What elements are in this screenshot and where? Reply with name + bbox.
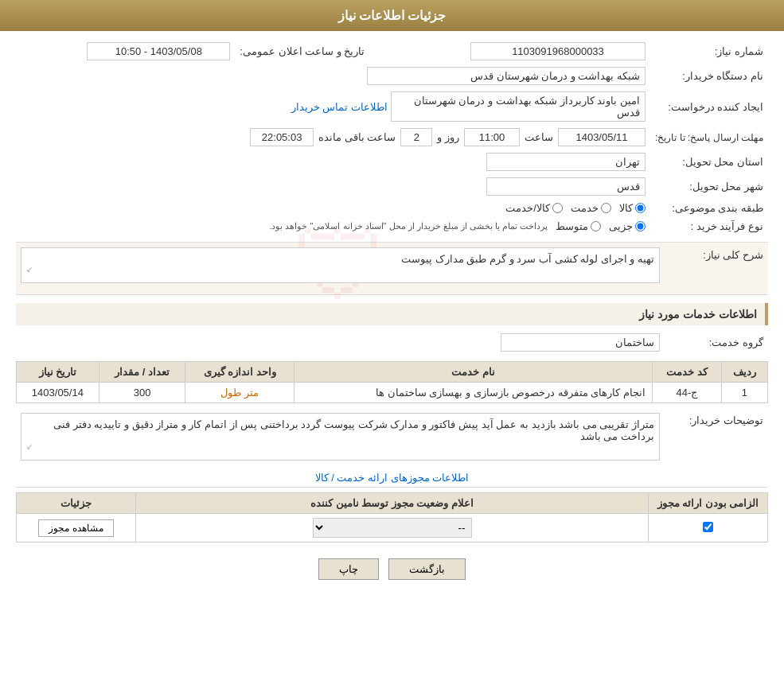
category-khedmat-radio[interactable] <box>601 203 611 213</box>
purchase-type-motavased-radio[interactable] <box>591 221 601 231</box>
main-info-table: شماره نیاز: 1103091968000033 تاریخ و ساع… <box>16 39 768 235</box>
permits-cell-details: مشاهده مجوز <box>17 514 136 542</box>
need-description-table: شرح کلی نیاز: تهیه و اجرای لوله کشی آب س… <box>16 244 768 286</box>
view-permit-button[interactable]: مشاهده مجوز <box>38 519 113 537</box>
services-section-title: اطلاعات خدمات مورد نیاز <box>16 303 768 325</box>
purchase-type-jazyi-option[interactable]: جزیی <box>609 220 646 232</box>
buyer-org-value: شبکه بهداشت و درمان شهرستان قدس <box>16 64 650 88</box>
category-value: کالا خدمت کالا/خدمت <box>16 199 650 217</box>
col-row-num: ردیف <box>721 362 767 383</box>
category-khedmat-option[interactable]: خدمت <box>571 202 611 214</box>
table-row: 1 ج-44 انجام کارهای متفرقه درخصوص بازساز… <box>17 383 768 403</box>
print-button[interactable]: چاپ <box>318 558 379 580</box>
buyer-notes-label: توضیحات خریدار: <box>665 410 768 464</box>
col-date: تاریخ نیاز <box>17 362 99 383</box>
need-number-input: 1103091968000033 <box>470 42 646 60</box>
province-label: استان محل تحویل: <box>650 150 768 174</box>
deadline-date: 1403/05/11 <box>558 128 646 146</box>
deadline-days: 2 <box>400 128 432 146</box>
need-description-cell: تهیه و اجرای لوله کشی آب سرد و گرم طبق م… <box>16 244 665 286</box>
buyer-notes-cell: متراژ تقریبی می باشد بازدید به عمل آید پ… <box>16 410 665 464</box>
deadline-label: مهلت ارسال پاسخ: تا تاریخ: <box>650 125 768 150</box>
services-table: ردیف کد خدمت نام خدمت واحد اندازه گیری ت… <box>16 361 768 403</box>
permits-col-required: الزامی بودن ارائه مجوز <box>649 493 768 514</box>
cell-unit: متر طول <box>185 383 294 403</box>
purchase-type-note: پرداخت تمام یا بخشی از مبلغ خریدار از مح… <box>269 221 548 231</box>
permits-table: الزامی بودن ارائه مجوز اعلام وضعیت مجوز … <box>16 492 768 542</box>
permits-cell-status: -- <box>136 514 649 542</box>
creator-value: امین باوند کاربرداز شبکه بهداشت و درمان … <box>16 88 650 125</box>
category-kala-option[interactable]: کالا <box>619 202 646 214</box>
cell-quantity: 300 <box>99 383 185 403</box>
deadline-remaining: 22:05:03 <box>250 128 314 146</box>
buyer-notes-box: متراژ تقریبی می باشد بازدید به عمل آید پ… <box>21 413 660 461</box>
category-kala-khedmat-option[interactable]: کالا/خدمت <box>505 202 563 214</box>
permits-section-anchor[interactable]: اطلاعات مجوزهای ارائه خدمت / کالا <box>315 472 470 484</box>
permits-status-select[interactable]: -- <box>313 518 472 538</box>
permits-section-link: اطلاعات مجوزهای ارائه خدمت / کالا <box>16 472 768 488</box>
service-group-label: گروه خدمت: <box>665 330 768 355</box>
category-label: طبقه بندی موضوعی: <box>650 199 768 217</box>
page-wrapper: جزئیات اطلاعات نیاز شماره نیاز: 11030919… <box>0 0 784 696</box>
cell-date: 1403/05/14 <box>17 383 99 403</box>
deadline-time-label: ساعت <box>525 131 553 143</box>
category-kala-khedmat-label: کالا/خدمت <box>505 202 550 214</box>
creator-contact-link[interactable]: اطلاعات تماس خریدار <box>291 101 388 113</box>
announcement-date-label: تاریخ و ساعت اعلان عمومی: <box>235 39 369 64</box>
need-description-box: تهیه و اجرای لوله کشی آب سرد و گرم طبق م… <box>21 247 660 283</box>
permits-col-status: اعلام وضعیت مجوز توسط نامین کننده <box>136 493 649 514</box>
city-label: شهر محل تحویل: <box>650 174 768 199</box>
cell-service-name: انجام کارهای متفرقه درخصوص بازسازی و بهس… <box>294 383 653 403</box>
city-value: قدس <box>16 174 650 199</box>
need-description-section: شرح کلی نیاز: تهیه و اجرای لوله کشی آب س… <box>16 242 768 295</box>
purchase-type-jazyi-radio[interactable] <box>635 221 646 231</box>
page-header: جزئیات اطلاعات نیاز <box>0 0 784 31</box>
province-value: تهران <box>16 150 650 174</box>
cell-service-code: ج-44 <box>653 383 722 403</box>
service-group-table: گروه خدمت: ساختمان <box>16 330 768 355</box>
deadline-value: 1403/05/11 ساعت 11:00 روز و 2 ساعت باقی … <box>16 125 650 150</box>
footer-buttons: بازگشت چاپ <box>16 550 768 588</box>
col-unit: واحد اندازه گیری <box>185 362 294 383</box>
buyer-notes-text: متراژ تقریبی می باشد بازدید به عمل آید پ… <box>53 418 654 442</box>
announcement-date-value: 1403/05/08 - 10:50 <box>16 39 235 64</box>
category-khedmat-label: خدمت <box>571 202 599 214</box>
back-button[interactable]: بازگشت <box>388 558 466 580</box>
service-group-value: ساختمان <box>16 330 665 355</box>
permits-required-checkbox[interactable] <box>703 522 713 532</box>
category-kala-khedmat-radio[interactable] <box>552 203 563 213</box>
deadline-day-label: روز و <box>437 131 459 143</box>
need-number-label: شماره نیاز: <box>650 39 768 64</box>
content-area: شماره نیاز: 1103091968000033 تاریخ و ساع… <box>0 31 784 596</box>
col-quantity: تعداد / مقدار <box>99 362 185 383</box>
col-service-name: نام خدمت <box>294 362 653 383</box>
category-kala-radio[interactable] <box>635 203 646 213</box>
permits-row: -- مشاهده مجوز <box>17 514 768 542</box>
permits-col-details: جزئیات <box>17 493 136 514</box>
need-description-label: شرح کلی نیاز: <box>665 244 768 286</box>
purchase-type-jazyi-label: جزیی <box>609 220 633 232</box>
cell-row-num: 1 <box>721 383 767 403</box>
col-service-code: کد خدمت <box>653 362 722 383</box>
deadline-remaining-label: ساعت باقی مانده <box>318 131 396 143</box>
purchase-type-value: جزیی متوسط پرداخت تمام یا بخشی از مبلغ خ… <box>16 217 650 235</box>
need-description-text: تهیه و اجرای لوله کشی آب سرد و گرم طبق م… <box>401 253 654 265</box>
purchase-type-label: نوع فرآیند خرید : <box>650 217 768 235</box>
purchase-type-motavased-label: متوسط <box>556 220 588 232</box>
permits-cell-required <box>649 514 768 542</box>
creator-label: ایجاد کننده درخواست: <box>650 88 768 125</box>
deadline-time: 11:00 <box>464 128 520 146</box>
category-kala-label: کالا <box>619 202 633 214</box>
buyer-org-label: نام دستگاه خریدار: <box>650 64 768 88</box>
page-title: جزئیات اطلاعات نیاز <box>338 9 447 22</box>
purchase-type-motavased-option[interactable]: متوسط <box>556 220 601 232</box>
buyer-notes-table: توضیحات خریدار: متراژ تقریبی می باشد باز… <box>16 410 768 464</box>
need-number-value: 1103091968000033 <box>385 39 650 64</box>
